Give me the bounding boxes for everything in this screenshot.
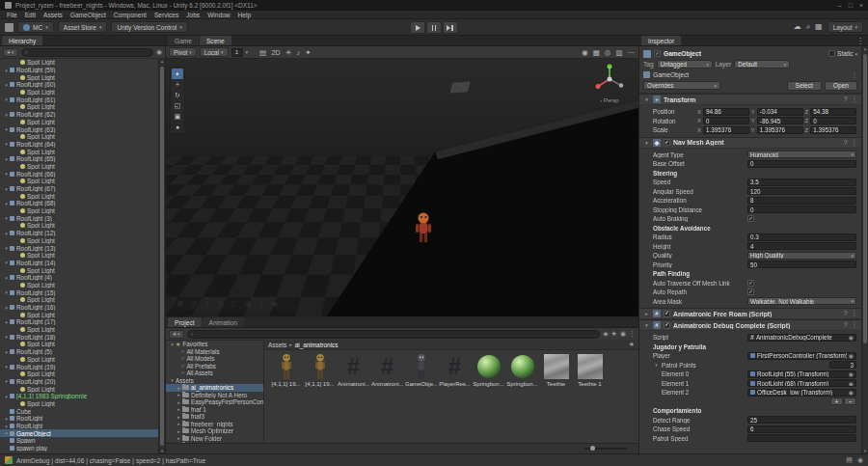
tab-animation[interactable]: Animation xyxy=(203,317,244,327)
foldout-collapsed-icon[interactable]: ▸ xyxy=(176,435,182,441)
tag-dropdown[interactable]: Untagged ▾ xyxy=(657,60,713,69)
asset-store-button[interactable]: Asset Store ▾ xyxy=(58,21,108,33)
add-asset-button[interactable]: + ▾ xyxy=(169,330,184,339)
vector-field-x[interactable]: 94.86 xyxy=(703,108,749,116)
cloud-icon[interactable]: ☁ xyxy=(794,22,801,32)
object-field[interactable]: RoofLight (68) (Transform)◉ xyxy=(747,379,856,387)
lighting-toggle-icon[interactable]: ☀ xyxy=(285,48,293,57)
layer-dropdown[interactable]: Default ▾ xyxy=(734,60,790,69)
scene-viewport[interactable]: ‹ Persp ⌖+↻◱▣● ▦▥+↻◱▣⌖◉⋯ xyxy=(166,59,638,316)
foldout-icon[interactable]: ▾ xyxy=(3,82,10,88)
foldout-icon[interactable]: ▾ xyxy=(3,171,10,177)
asset-zoom-slider[interactable] xyxy=(584,448,627,450)
vector-field-z[interactable]: 54.38 xyxy=(810,108,856,116)
menu-edit[interactable]: Edit xyxy=(21,12,40,18)
project-folder[interactable]: ▸Mesh Optimizer xyxy=(166,427,263,435)
tab-project[interactable]: Project xyxy=(168,317,202,327)
visibility-icon[interactable]: ◉ xyxy=(581,48,589,57)
rect-icon[interactable]: ▣ xyxy=(242,298,254,309)
asset-item[interactable]: Teethie xyxy=(540,353,572,387)
inspector-scrollbar[interactable]: ▲ ▼ xyxy=(861,46,868,453)
prefab-kebab-icon[interactable]: ⋮ xyxy=(851,71,857,79)
hidden-packages-icon[interactable]: ◉ xyxy=(620,330,626,338)
hierarchy-item[interactable]: ▾RoofLight (66) xyxy=(0,170,158,178)
favorites-item[interactable]: ⌕All Prefabs xyxy=(166,363,263,370)
kebab-icon[interactable]: ⋮ xyxy=(629,330,636,338)
hierarchy-item[interactable]: Spot Light xyxy=(0,385,158,393)
asset-item[interactable]: Springbon... xyxy=(506,353,538,387)
status-bar[interactable]: AnimDebug | dist=44,06 | chasing=False |… xyxy=(0,453,868,466)
scroll-up-icon[interactable]: ▲ xyxy=(863,46,867,51)
text-field[interactable] xyxy=(747,434,856,442)
component-enabled-checkbox[interactable]: ✓ xyxy=(664,311,670,317)
dropdown-field[interactable]: Walkable, Not Walkable▾ xyxy=(747,297,856,305)
menu-jobs[interactable]: Jobs xyxy=(182,12,203,18)
array-size-field[interactable]: 3 xyxy=(829,361,856,369)
orientation-dropdown[interactable]: Local ▾ xyxy=(200,47,229,57)
search-by-type-icon[interactable]: ◈ xyxy=(603,330,608,338)
kebab-icon[interactable]: ⋮ xyxy=(852,139,858,147)
menu-gameobject[interactable]: GameObject xyxy=(67,12,110,18)
menu-component[interactable]: Component xyxy=(110,12,150,18)
hierarchy-item[interactable]: Spot Light xyxy=(0,311,158,318)
slider-thumb[interactable] xyxy=(590,446,595,451)
close-button[interactable]: × xyxy=(859,2,863,9)
asset-item[interactable]: #PlayerRes... xyxy=(439,353,471,387)
hierarchy-item[interactable]: Spot Light xyxy=(0,163,158,171)
object-picker-icon[interactable]: ◉ xyxy=(849,380,854,387)
menu-services[interactable]: Services xyxy=(150,12,182,18)
hierarchy-item[interactable]: Spot Light xyxy=(0,237,158,245)
text-field[interactable]: 8 xyxy=(747,197,856,205)
vector-field-x[interactable]: 0 xyxy=(703,117,749,124)
foldout-icon[interactable]: ▾ xyxy=(3,96,10,102)
toggle-checkbox[interactable]: ✓ xyxy=(747,288,754,295)
foldout-icon[interactable]: ▾ xyxy=(3,126,10,132)
transform-tool-icon[interactable]: ● xyxy=(172,122,183,132)
hierarchy-item[interactable]: ▾RoofLight (64) xyxy=(0,141,158,149)
text-field[interactable]: 0 xyxy=(747,206,856,213)
project-folder[interactable]: ▸fnaf 1 xyxy=(166,406,263,414)
play-button[interactable] xyxy=(410,21,425,34)
menu-assets[interactable]: Assets xyxy=(40,12,67,18)
hierarchy-item[interactable]: ▾RoofLight (19) xyxy=(0,363,158,370)
object-picker-icon[interactable]: ◉ xyxy=(849,389,854,396)
hierarchy-item[interactable]: Spawn xyxy=(0,437,158,445)
foldout-icon[interactable]: ▾ xyxy=(3,186,10,192)
hierarchy-item[interactable]: ▾RoofLight (60) xyxy=(0,81,158,89)
hierarchy-scrollbar[interactable]: ▲ ▼ xyxy=(158,59,165,453)
foldout-icon[interactable]: ▾ xyxy=(3,231,10,236)
foldout-icon[interactable]: ▾ xyxy=(653,362,660,368)
object-field[interactable]: RoofLight (55) (Transform)◉ xyxy=(747,370,856,378)
kebab-icon[interactable]: ⋮ xyxy=(852,321,858,329)
foldout-collapsed-icon[interactable]: ▸ xyxy=(176,414,182,420)
hierarchy-item[interactable]: Spot Light xyxy=(0,119,158,126)
foldout-icon[interactable]: ▾ xyxy=(3,378,10,384)
snap-dropdown-icon[interactable]: ▾ xyxy=(246,49,249,55)
hierarchy-item[interactable]: Spot Light xyxy=(0,222,158,230)
project-search-input[interactable]: ⌕ xyxy=(187,330,601,339)
hierarchy-item[interactable]: ▾GameObject xyxy=(0,429,158,437)
status-message[interactable]: AnimDebug | dist=44,06 | chasing=False |… xyxy=(16,457,205,464)
pause-button[interactable] xyxy=(426,21,442,34)
foldout-icon[interactable]: ▾ xyxy=(3,156,10,162)
foldout-collapsed-icon[interactable]: ▸ xyxy=(176,392,182,397)
audio-toggle-icon[interactable]: ♪ xyxy=(295,48,301,57)
menu-help[interactable]: Help xyxy=(234,12,256,18)
minimize-button[interactable]: – xyxy=(838,2,842,9)
hierarchy-item[interactable]: ▾RoofLight (18) xyxy=(0,333,158,341)
vector-field-y[interactable]: 1.395376 xyxy=(757,126,803,134)
asset-item[interactable]: #Animatroni... xyxy=(371,353,403,387)
rotate-tool-icon[interactable]: ↻ xyxy=(172,90,183,100)
toggle-checkbox[interactable]: ✓ xyxy=(747,280,754,287)
project-folder[interactable]: ▸fnaf3 xyxy=(166,413,263,421)
hierarchy-item[interactable]: ▾RoofLight (67) xyxy=(0,185,158,193)
hierarchy-item[interactable]: Spot Light xyxy=(0,73,158,81)
asset-item[interactable]: GameObje... xyxy=(405,353,437,387)
foldout-icon[interactable]: ▾ xyxy=(3,275,10,281)
view-tool-icon[interactable]: ⌖ xyxy=(172,69,183,79)
foldout-collapsed-icon[interactable]: ▸ xyxy=(176,428,182,434)
dropdown-field[interactable]: Humanoid▾ xyxy=(747,151,856,158)
tab-game[interactable]: Game xyxy=(168,36,199,45)
tab-inspector[interactable]: Inspector xyxy=(641,36,681,45)
favorites-item[interactable]: ⌕All Models xyxy=(166,355,263,363)
